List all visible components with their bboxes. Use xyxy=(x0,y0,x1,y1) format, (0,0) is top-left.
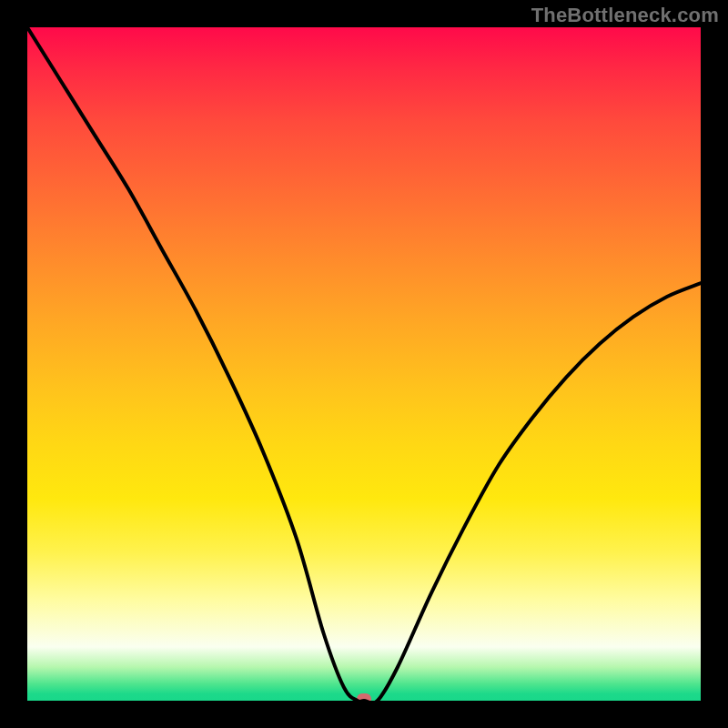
bottleneck-curve xyxy=(27,27,701,701)
chart-frame: TheBottleneck.com xyxy=(0,0,728,728)
plot-area xyxy=(27,27,701,701)
watermark-label: TheBottleneck.com xyxy=(531,4,719,27)
